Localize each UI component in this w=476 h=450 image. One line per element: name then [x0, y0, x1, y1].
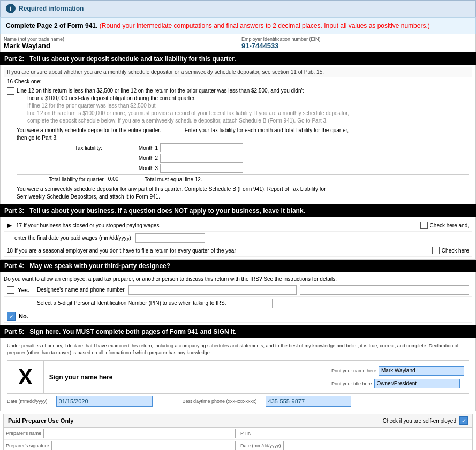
line18-check-area: Check here	[432, 247, 469, 254]
total-liability-row: Total liability for quarter 0.00 Total m…	[17, 174, 469, 184]
print-title-row: Print your title here	[331, 379, 464, 388]
option3-checkbox[interactable]	[7, 186, 14, 193]
pp-date-label: Date (mm/dd/yyyy)	[240, 443, 281, 448]
ptin-cell: PTIN	[238, 428, 472, 439]
instruction-bold: Complete Page 2 of Form 941.	[6, 22, 97, 29]
line17-check-area: Check here and,	[420, 222, 469, 229]
month1-label: Month 1	[104, 145, 158, 151]
option2-text: You were a monthly schedule depositor fo…	[17, 127, 161, 134]
phone-input[interactable]	[266, 396, 351, 407]
sign-input[interactable]	[118, 361, 327, 393]
instruction-banner: Complete Page 2 of Form 941. (Round your…	[0, 17, 476, 34]
line17-row: ▶ 17 If your business has closed or you …	[4, 219, 472, 232]
perjury-text: Under penalties of perjury, I declare th…	[4, 340, 472, 358]
part2-content: If you are unsure about whether you are …	[0, 65, 476, 204]
line18-row: 18 If you are a seasonal employer and yo…	[4, 245, 472, 257]
no-checkbox[interactable]: ✓	[7, 312, 16, 321]
option2-then: then go to Part 3.	[17, 134, 469, 142]
tax-liability-table: Tax liability: Month 1 Month 2 Month 3	[49, 143, 466, 173]
line17-check-label: Check here and,	[430, 223, 469, 228]
instruction-detail: (Round your intermediate computations an…	[100, 22, 430, 29]
no-row: ✓ No.	[4, 310, 472, 323]
pp-row1: Preparer's name PTIN	[4, 428, 472, 440]
pin-input[interactable]	[230, 299, 273, 308]
option3-sub: Semiweekly Schedule Depositors, and atta…	[17, 193, 326, 201]
ptin-input[interactable]	[254, 429, 470, 438]
no-label: No.	[19, 313, 35, 319]
total-equal: Total must equal line 12.	[145, 177, 202, 182]
line16-row: 16 Check one:	[4, 77, 472, 86]
option1-sub: Incur a $100,000 next-day deposit obliga…	[17, 95, 349, 102]
preparer-name-input[interactable]	[43, 429, 236, 438]
designee-phone-input[interactable]	[300, 285, 469, 295]
yes-row: Yes. Designee's name and phone number	[4, 284, 472, 297]
ein-value: 91-7444533	[241, 42, 472, 50]
designee-name-input[interactable]	[128, 285, 297, 295]
tax-liability-label-row: Tax liability: Month 1	[49, 143, 466, 152]
option2-right: Enter your tax liability for each month …	[185, 127, 349, 134]
print-title-input[interactable]	[374, 379, 460, 388]
part3-title: Tell us about your business. If a questi…	[29, 207, 305, 215]
info-icon: i	[6, 4, 16, 13]
part4-title: May we speak with your third-party desig…	[29, 262, 170, 270]
month3-input[interactable]	[160, 164, 243, 173]
line17-text: 17 If your business has closed or you st…	[16, 223, 416, 228]
part2-info: If you are unsure about whether you are …	[4, 67, 472, 77]
ein-label: Employer Identification number (EIN)	[241, 36, 472, 42]
part5-header: Part 5: Sign here. You MUST complete bot…	[0, 325, 476, 338]
arrow-icon: ▶	[7, 222, 12, 229]
part3-label: Part 3:	[4, 207, 24, 215]
month2-row: Month 2	[49, 154, 466, 163]
month2-input[interactable]	[160, 154, 243, 163]
line17-sub-row: enter the final date you paid wages (mm/…	[4, 232, 472, 245]
line17-checkbox[interactable]	[420, 222, 428, 229]
line18-check-label: Check here	[442, 248, 469, 254]
ein-section: Employer Identification number (EIN) 91-…	[238, 34, 475, 52]
total-value: 0.00	[108, 176, 140, 182]
line17-sub-text: enter the final date you paid wages (mm/…	[14, 234, 131, 242]
self-employed-checkbox[interactable]: ✓	[459, 416, 468, 425]
pp-date-cell: Date (mm/dd/yyyy)	[238, 440, 472, 450]
required-label: Required information	[19, 5, 84, 12]
option1-sub4: complete the deposit schedule below; if …	[17, 117, 349, 125]
ptin-label: PTIN	[240, 431, 252, 436]
pp-date-input[interactable]	[283, 441, 470, 450]
option1-text: Line 12 on this return is less than $2,5…	[17, 87, 349, 95]
pp-title: Paid Preparer Use Only	[8, 417, 73, 424]
print-name-row: Print your name here	[331, 366, 464, 376]
part5-label: Part 5:	[4, 328, 24, 335]
date-label: Date (mm/dd/yyyy)	[7, 399, 48, 404]
yes-label: Yes.	[18, 287, 34, 293]
option1-block: Line 12 on this return is less than $2,5…	[4, 86, 472, 126]
preparer-sig-label: Preparer's signature	[6, 443, 49, 448]
line17-date-input[interactable]	[135, 233, 205, 243]
part4-header: Part 4: May we speak with your third-par…	[0, 260, 476, 272]
preparer-sig-input[interactable]	[51, 441, 236, 450]
part5-title: Sign here. You MUST complete both pages …	[29, 328, 236, 335]
name-ein-row: Name (not your trade name) Mark Wayland …	[0, 34, 476, 52]
month3-label: Month 3	[104, 165, 158, 171]
total-label: Total liability for quarter	[49, 177, 104, 182]
part4-label: Part 4:	[4, 262, 24, 270]
option2-checkbox[interactable]	[7, 127, 14, 134]
pp-header: Paid Preparer Use Only Check if you are …	[4, 414, 472, 428]
print-title-label: Print your title here	[331, 381, 372, 386]
preparer-name-cell: Preparer's name	[4, 428, 238, 439]
self-employed-area: Check if you are self-employed ✓	[383, 416, 468, 425]
month1-input[interactable]	[160, 143, 243, 152]
paid-preparer-section: Paid Preparer Use Only Check if you are …	[3, 414, 473, 450]
pp-row2: Preparer's signature Date (mm/dd/yyyy)	[4, 440, 472, 450]
print-name-input[interactable]	[379, 366, 464, 376]
part3-content: ▶ 17 If your business has closed or you …	[0, 217, 476, 260]
option1-sub2: If line 12 for the prior quarter was les…	[17, 102, 349, 110]
option1-checkbox[interactable]	[7, 87, 14, 95]
preparer-name-label: Preparer's name	[6, 431, 41, 436]
part4-question: Do you want to allow an employee, a paid…	[4, 274, 472, 284]
line18-checkbox[interactable]	[432, 247, 440, 254]
sign-row: X Sign your name here Print your name he…	[7, 360, 469, 394]
part4-content: Do you want to allow an employee, a paid…	[0, 272, 476, 325]
yes-checkbox[interactable]	[7, 286, 14, 294]
preparer-sig-cell: Preparer's signature	[4, 440, 238, 450]
date-input[interactable]	[56, 396, 153, 407]
self-employed-label: Check if you are self-employed	[383, 418, 456, 424]
